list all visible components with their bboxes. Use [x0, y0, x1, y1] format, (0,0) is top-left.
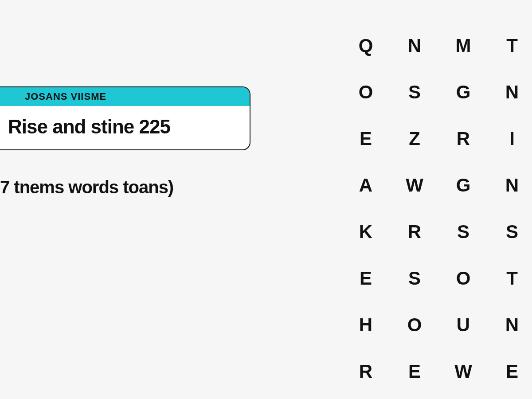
card-header-label: JOSANS VIISME — [0, 87, 250, 106]
letter-grid: Q N M T O S G N E Z R I A W G N K R S S … — [341, 22, 532, 395]
grid-cell[interactable]: O — [439, 255, 488, 301]
puzzle-info-card: JOSANS VIISME Rise and stine 225 — [0, 86, 250, 150]
grid-cell[interactable]: O — [341, 69, 390, 115]
grid-cell[interactable]: T — [488, 255, 532, 301]
grid-cell[interactable]: S — [390, 69, 439, 115]
grid-cell[interactable]: R — [439, 115, 488, 162]
grid-cell[interactable]: K — [341, 208, 390, 255]
grid-cell[interactable]: N — [488, 162, 532, 208]
grid-cell[interactable]: N — [390, 22, 439, 69]
grid-cell[interactable]: N — [488, 301, 532, 348]
puzzle-subtitle: 7 tnems words toans) — [0, 177, 173, 197]
grid-cell[interactable]: S — [488, 208, 532, 255]
grid-cell[interactable]: A — [341, 162, 390, 208]
grid-cell[interactable]: Z — [390, 115, 439, 162]
grid-cell[interactable]: G — [439, 69, 488, 115]
grid-cell[interactable]: G — [439, 162, 488, 208]
grid-cell[interactable]: U — [439, 301, 488, 348]
grid-cell[interactable]: M — [439, 22, 488, 69]
grid-cell[interactable]: W — [439, 348, 488, 395]
grid-cell[interactable]: N — [488, 69, 532, 115]
grid-cell[interactable]: H — [341, 301, 390, 348]
grid-cell[interactable]: R — [341, 348, 390, 395]
grid-cell[interactable]: E — [341, 115, 390, 162]
grid-cell[interactable]: S — [390, 255, 439, 301]
grid-cell[interactable]: O — [390, 301, 439, 348]
grid-cell[interactable]: W — [390, 162, 439, 208]
grid-cell[interactable]: I — [488, 115, 532, 162]
grid-cell[interactable]: E — [488, 348, 532, 395]
puzzle-title: Rise and stine 225 — [0, 106, 250, 149]
grid-cell[interactable]: E — [341, 255, 390, 301]
grid-cell[interactable]: Q — [341, 22, 390, 69]
grid-cell[interactable]: S — [439, 208, 488, 255]
grid-cell[interactable]: R — [390, 208, 439, 255]
grid-cell[interactable]: E — [390, 348, 439, 395]
grid-cell[interactable]: T — [488, 22, 532, 69]
